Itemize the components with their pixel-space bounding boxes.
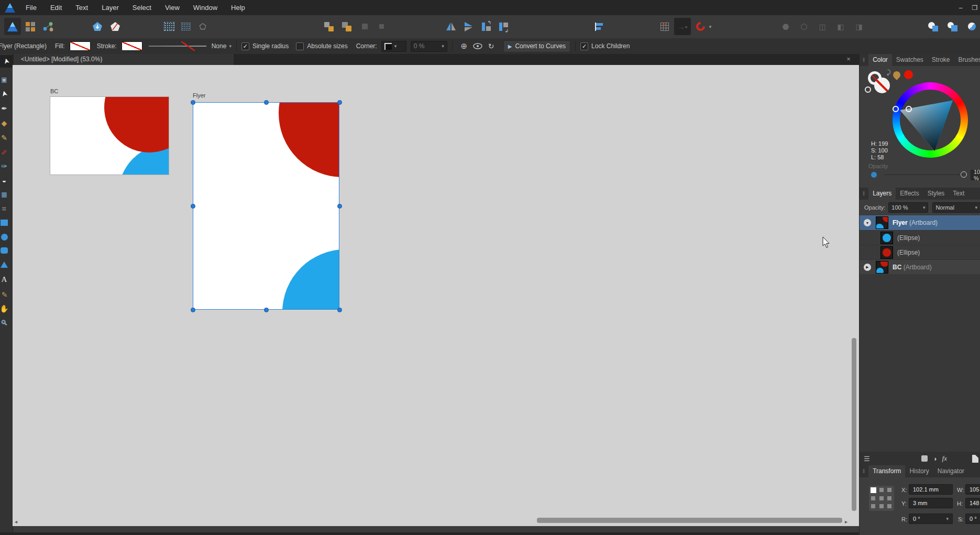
picked-color-dot[interactable] (904, 70, 913, 79)
anchor-mid-right[interactable] (887, 496, 891, 500)
tab-navigator[interactable]: Navigator (933, 465, 968, 477)
blend-mode-dropdown[interactable]: Normal▾ (932, 202, 980, 213)
snapping-magnet-button[interactable] (692, 18, 709, 35)
rounded-rectangle-tool[interactable] (0, 244, 12, 257)
opacity-value-field[interactable]: 100 % (971, 170, 980, 180)
pixel-persona-button[interactable] (22, 18, 39, 35)
show-rotation-center-button[interactable] (471, 40, 485, 52)
snapping-dropdown-caret[interactable]: ▼ (708, 25, 712, 29)
menu-window[interactable]: Window (186, 0, 224, 15)
menu-text[interactable]: Text (69, 0, 95, 15)
opacity-slider-track[interactable] (885, 174, 963, 175)
adjustment-icon[interactable]: ◑ (933, 455, 937, 463)
tab-close-button[interactable]: × (843, 54, 854, 65)
layers-opacity-dropdown[interactable]: 100 %▾ (888, 202, 928, 213)
tab-stroke[interactable]: Stroke (928, 54, 954, 66)
tab-history[interactable]: History (905, 465, 933, 477)
selection-handle-bottom-mid[interactable] (264, 308, 269, 312)
artboard-tool[interactable]: ▣ (0, 73, 12, 86)
boolean-subtract-button[interactable]: ⬡ (796, 18, 812, 35)
hue-marker[interactable] (893, 106, 899, 112)
opacity-slider-handle[interactable] (961, 171, 967, 178)
tab-swatches[interactable]: Swatches (892, 54, 928, 66)
alignment-button[interactable] (591, 18, 608, 35)
move-backward-button[interactable] (338, 18, 355, 35)
collapse-toggle-icon[interactable]: ▶ (864, 264, 871, 271)
panel-grip[interactable]: ‖ (860, 191, 868, 196)
insert-behind-button[interactable] (924, 18, 941, 35)
snap-candidates-button[interactable] (178, 18, 194, 35)
secondary-color-well[interactable] (865, 86, 871, 93)
h-field[interactable]: 148 mm (965, 498, 980, 508)
move-forward-button[interactable] (321, 18, 337, 35)
style-defaults-button[interactable] (89, 18, 106, 35)
pencil-tool[interactable]: ✎ (0, 132, 12, 144)
boolean-intersect-button[interactable]: ◫ (814, 18, 831, 35)
cycle-selection-box-button[interactable]: ⊕ (457, 40, 471, 52)
artboard-label-flyer[interactable]: Flyer (193, 92, 205, 99)
rectangle-tool[interactable] (0, 216, 12, 229)
stroke-width-widget[interactable] (149, 42, 206, 50)
insert-on-top-button[interactable] (944, 18, 961, 35)
tab-transform[interactable]: Transform (868, 465, 905, 477)
minimize-button[interactable]: – (952, 0, 970, 15)
menu-help[interactable]: Help (224, 0, 252, 15)
panel-grip[interactable]: ‖ (860, 57, 868, 63)
layer-row-ellipse-red[interactable]: (Ellipse) (860, 245, 980, 260)
horizontal-scrollbar[interactable] (537, 518, 842, 523)
anchor-bottom-right[interactable] (887, 504, 891, 508)
flip-vertical-button[interactable] (460, 18, 477, 35)
layer-row-bc[interactable]: ▶ BC (Artboard) (860, 259, 980, 275)
convert-to-curves-button[interactable]: ▶ Convert to Curves (503, 40, 570, 52)
node-tool[interactable]: ➤ (0, 88, 12, 100)
r-field[interactable]: 0 °▾ (909, 514, 953, 524)
saturation-marker[interactable] (906, 106, 912, 112)
anchor-selector[interactable] (869, 486, 894, 511)
selection-handle-mid-left[interactable] (191, 204, 195, 209)
selection-handle-bottom-left[interactable] (191, 308, 195, 312)
move-to-front-button[interactable] (356, 18, 373, 35)
rotate-ccw-button[interactable]: ↰ (478, 18, 494, 35)
rotate-cw-button[interactable]: ↲ (495, 18, 512, 35)
y-field[interactable]: 3 mm (909, 498, 953, 508)
fill-tool[interactable]: ◆ (0, 117, 12, 129)
eyedropper-icon[interactable] (891, 70, 902, 80)
flyer-blue-ellipse[interactable] (282, 249, 339, 310)
boolean-combine-button[interactable]: ◨ (851, 18, 867, 35)
export-persona-button[interactable] (40, 18, 57, 35)
tab-brushes[interactable]: Brushes (954, 54, 980, 66)
restore-button[interactable]: ❐ (970, 0, 980, 15)
anchor-top-right[interactable] (887, 488, 891, 492)
corner-style-dropdown[interactable]: ▾ (381, 41, 406, 52)
selection-handle-mid-right[interactable] (337, 204, 342, 209)
snap-geometry-button[interactable]: ⬠ (194, 18, 211, 35)
w-field[interactable]: 105 mm (965, 484, 980, 495)
snap-grid-button[interactable] (161, 18, 178, 35)
opacity-slider-dot[interactable] (871, 172, 877, 178)
expand-toggle-icon[interactable]: ▼ (864, 219, 871, 226)
shape-tool[interactable] (0, 258, 12, 271)
menu-edit[interactable]: Edit (43, 0, 69, 15)
stroke-swatch[interactable] (122, 41, 142, 51)
absolute-sizes-checkbox[interactable] (296, 42, 304, 50)
anchor-top-left-selected[interactable] (871, 487, 876, 493)
tab-color[interactable]: Color (868, 54, 892, 66)
ellipse-tool[interactable] (0, 231, 12, 243)
selection-handle-top-mid[interactable] (264, 100, 269, 105)
menu-file[interactable]: File (19, 0, 43, 15)
transparency-tool[interactable]: ◒ (0, 174, 12, 187)
sync-defaults-button[interactable]: ↻ (485, 40, 498, 52)
move-to-back-button[interactable] (373, 18, 390, 35)
menu-select[interactable]: Select (126, 0, 158, 15)
scroll-right-arrow[interactable]: ▸ (845, 519, 847, 525)
tab-effects[interactable]: Effects (896, 188, 923, 200)
selection-handle-top-left[interactable] (191, 100, 195, 105)
flip-horizontal-button[interactable] (443, 18, 459, 35)
insert-inside-button[interactable] (963, 18, 980, 35)
crop-tool[interactable]: ⌗ (0, 202, 12, 215)
text-tool[interactable]: A (0, 273, 12, 286)
fill-swatch[interactable] (70, 41, 91, 51)
revert-defaults-button[interactable] (107, 18, 124, 35)
tab-styles[interactable]: Styles (923, 188, 949, 200)
selection-handle-bottom-right[interactable] (337, 308, 342, 312)
